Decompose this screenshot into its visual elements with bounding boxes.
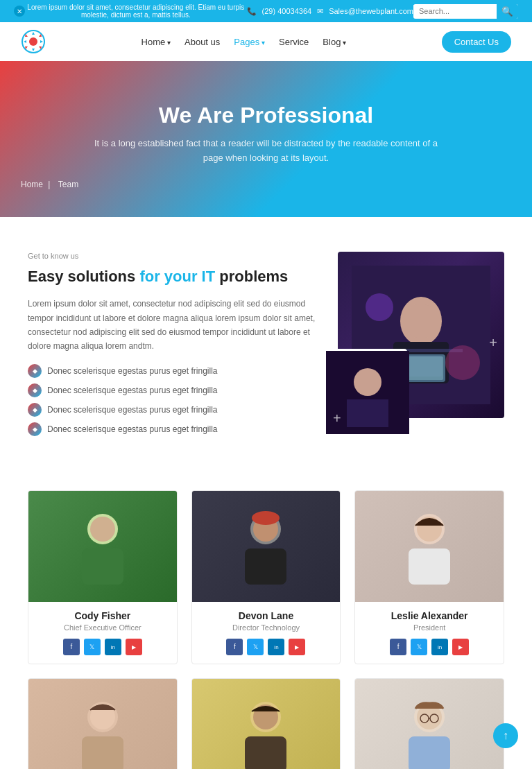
feature-item-1: ◆ Donec scelerisque egestas purus eget f… (28, 364, 317, 378)
search-button[interactable]: 🔍 (497, 4, 518, 19)
hero-title: We Are Professional (159, 103, 373, 128)
breadcrumb: Home | Team (21, 180, 81, 189)
svg-point-17 (90, 517, 115, 542)
team-card-2: Devon Lane Director Technology (191, 490, 341, 664)
team-photo-6 (355, 679, 504, 769)
social-links-1 (35, 639, 170, 655)
logo-icon (21, 29, 46, 54)
nav-about[interactable]: About us (185, 37, 220, 47)
social-links-3 (362, 639, 497, 655)
team-photo-4 (28, 679, 177, 769)
about-description: Lorem ipsum dolor sit amet, consectetur … (28, 297, 317, 354)
logo (21, 29, 46, 54)
team-role-2: Director Technology (199, 623, 334, 632)
breadcrumb-current: Team (58, 180, 78, 189)
team-name-1: Cody Fisher (35, 610, 170, 621)
team-card-1: Cody Fisher Chief Executive Officer (28, 490, 178, 664)
feature-item-4: ◆ Donec scelerisque egestas purus eget f… (28, 422, 317, 436)
close-topbar-button[interactable]: ✕ (14, 6, 25, 17)
title-highlight: for your IT (139, 268, 215, 285)
team-name-3: Leslie Alexander (362, 610, 497, 621)
team-photo-3 (355, 491, 504, 602)
linkedin-link-1[interactable] (105, 639, 121, 655)
feature-icon-3: ◆ (28, 403, 42, 417)
contact-button[interactable]: Contact Us (442, 31, 511, 53)
about-tag: Get to know us (28, 252, 317, 260)
email-address: Sales@thewebplant.com (329, 7, 413, 15)
team-info-3: Leslie Alexander President (355, 602, 504, 664)
team-photo-2 (192, 491, 341, 602)
team-info-2: Devon Lane Director Technology (192, 602, 341, 664)
phone-number: (29) 40034364 (262, 7, 312, 15)
svg-point-6 (404, 304, 438, 338)
team-card-6: Cameron Williamson CEO (354, 678, 504, 769)
about-title: Easy solutions for your IT problems (28, 267, 317, 287)
feature-icon-2: ◆ (28, 383, 42, 397)
svg-rect-23 (409, 548, 450, 585)
social-links-2 (199, 639, 334, 655)
hero-subtitle: It is a long established fact that a rea… (93, 137, 440, 166)
scroll-top-button[interactable]: ↑ (493, 723, 518, 748)
twitter-link-3[interactable] (411, 639, 427, 655)
team-photo-5 (192, 679, 341, 769)
linkedin-link-2[interactable] (268, 639, 284, 655)
team-role-3: President (362, 623, 497, 632)
twitter-link-2[interactable] (247, 639, 264, 655)
plus-icon-2: + (333, 411, 402, 426)
svg-point-21 (252, 511, 280, 525)
nav-service[interactable]: Service (279, 37, 309, 47)
search-input[interactable] (413, 5, 497, 17)
about-secondary-image: + (324, 349, 407, 432)
top-bar: ✕ Lorem ipsum dolor sit amet, consectetu… (0, 0, 532, 22)
svg-rect-16 (82, 548, 123, 585)
svg-rect-26 (82, 736, 123, 769)
facebook-link-2[interactable] (226, 639, 243, 655)
svg-point-13 (354, 368, 381, 396)
youtube-link-3[interactable] (452, 639, 469, 655)
announcement-text: Lorem ipsum dolor sit amet, consectetur … (25, 3, 247, 19)
facebook-link-1[interactable] (63, 639, 80, 655)
nav-blog[interactable]: Blog (323, 37, 346, 47)
email-icon: ✉ (317, 7, 323, 16)
feature-text-3: Donec scelerisque egestas purus eget fri… (47, 405, 217, 415)
feature-list: ◆ Donec scelerisque egestas purus eget f… (28, 364, 317, 436)
nav-home[interactable]: Home (141, 37, 171, 47)
feature-item-3: ◆ Donec scelerisque egestas purus eget f… (28, 403, 317, 417)
feature-icon-1: ◆ (28, 364, 42, 378)
svg-rect-19 (245, 548, 286, 585)
phone-icon: 📞 (247, 7, 257, 16)
team-card-4: Darrell Steward Hiring Manager (28, 678, 178, 769)
team-info-1: Cody Fisher Chief Executive Officer (28, 602, 177, 664)
feature-text-1: Donec scelerisque egestas purus eget fri… (47, 366, 217, 376)
team-photo-1 (28, 491, 177, 602)
team-role-1: Chief Executive Officer (35, 623, 170, 632)
facebook-link-3[interactable] (390, 639, 406, 655)
search-box: 🔍 (413, 4, 518, 19)
youtube-link-2[interactable] (289, 639, 305, 655)
feature-text-4: Donec scelerisque egestas purus eget fri… (47, 424, 217, 434)
feature-text-2: Donec scelerisque egestas purus eget fri… (47, 386, 217, 395)
hero-section: We Are Professional It is a long establi… (0, 61, 532, 217)
twitter-link-1[interactable] (84, 639, 101, 655)
team-grid: Cody Fisher Chief Executive Officer (28, 490, 504, 769)
breadcrumb-home[interactable]: Home (21, 180, 43, 189)
feature-item-2: ◆ Donec scelerisque egestas purus eget f… (28, 383, 317, 397)
youtube-link-1[interactable] (126, 639, 142, 655)
team-name-2: Devon Lane (199, 610, 334, 621)
contact-info: 📞 (29) 40034364 ✉ Sales@thewebplant.com (247, 7, 413, 16)
about-section: Get to know us Easy solutions for your I… (0, 217, 532, 476)
team-section: Cody Fisher Chief Executive Officer (0, 476, 532, 769)
about-image: + + (338, 252, 504, 418)
team-card-5: Floyd Miles Chief Legal Officer (191, 678, 341, 769)
title-part1: Easy solutions (28, 268, 139, 285)
svg-point-1 (29, 37, 37, 46)
navbar: Home About us Pages Service Blog Contact… (0, 22, 532, 61)
search-area: 🔍 (413, 4, 518, 19)
linkedin-link-3[interactable] (431, 639, 448, 655)
svg-point-11 (445, 345, 480, 380)
svg-point-10 (366, 293, 393, 321)
svg-rect-29 (245, 736, 286, 769)
feature-icon-4: ◆ (28, 422, 42, 436)
team-card-3: Leslie Alexander President (354, 490, 504, 664)
nav-pages[interactable]: Pages (234, 37, 265, 47)
